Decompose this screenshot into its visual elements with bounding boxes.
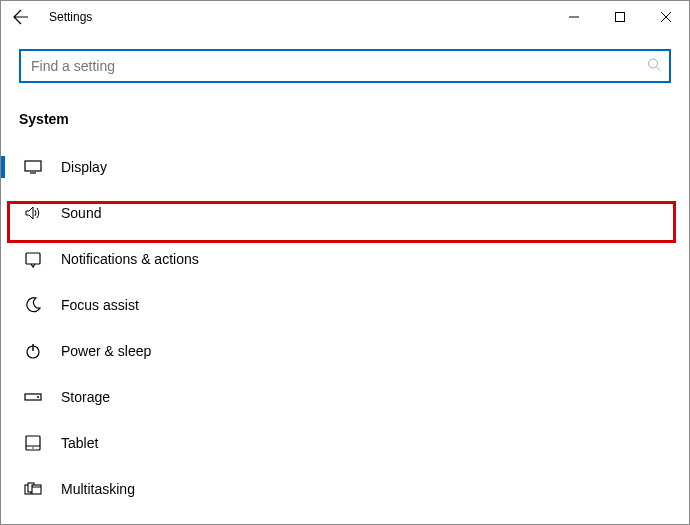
notification-icon <box>23 250 43 268</box>
nav-list: Display Sound Notifications & actions Fo… <box>19 141 671 511</box>
svg-rect-3 <box>26 253 40 264</box>
search-container <box>19 49 671 83</box>
speaker-icon <box>23 204 43 222</box>
section-title: System <box>19 111 671 127</box>
search-icon <box>647 58 661 75</box>
window-title: Settings <box>49 10 92 24</box>
nav-label: Multitasking <box>61 481 135 497</box>
svg-rect-2 <box>25 161 41 171</box>
nav-label: Focus assist <box>61 297 139 313</box>
nav-label: Display <box>61 159 107 175</box>
storage-icon <box>23 388 43 406</box>
power-icon <box>23 342 43 360</box>
minimize-button[interactable] <box>551 1 597 33</box>
multitask-icon <box>23 480 43 498</box>
active-indicator <box>1 156 5 178</box>
back-button[interactable] <box>1 1 41 33</box>
svg-rect-0 <box>616 13 625 22</box>
maximize-icon <box>615 12 625 22</box>
moon-icon <box>23 296 43 314</box>
maximize-button[interactable] <box>597 1 643 33</box>
content-area: System Display Sound Notifications & act… <box>1 49 689 511</box>
nav-item-storage[interactable]: Storage <box>19 375 671 419</box>
monitor-icon <box>23 158 43 176</box>
search-input[interactable] <box>19 49 671 83</box>
svg-rect-11 <box>32 485 41 494</box>
close-button[interactable] <box>643 1 689 33</box>
minimize-icon <box>569 12 579 22</box>
nav-label: Sound <box>61 205 101 221</box>
tablet-icon <box>23 434 43 452</box>
back-arrow-icon <box>13 9 29 25</box>
titlebar: Settings <box>1 1 689 33</box>
nav-label: Storage <box>61 389 110 405</box>
nav-label: Notifications & actions <box>61 251 199 267</box>
nav-item-tablet[interactable]: Tablet <box>19 421 671 465</box>
window-controls <box>551 1 689 33</box>
nav-item-sound[interactable]: Sound <box>19 191 671 235</box>
svg-point-6 <box>37 396 39 398</box>
nav-item-focus-assist[interactable]: Focus assist <box>19 283 671 327</box>
nav-label: Power & sleep <box>61 343 151 359</box>
nav-item-notifications[interactable]: Notifications & actions <box>19 237 671 281</box>
svg-point-1 <box>649 59 658 68</box>
svg-point-8 <box>32 447 33 448</box>
nav-item-power-sleep[interactable]: Power & sleep <box>19 329 671 373</box>
nav-item-display[interactable]: Display <box>19 145 671 189</box>
nav-label: Tablet <box>61 435 98 451</box>
close-icon <box>661 12 671 22</box>
nav-item-multitasking[interactable]: Multitasking <box>19 467 671 511</box>
